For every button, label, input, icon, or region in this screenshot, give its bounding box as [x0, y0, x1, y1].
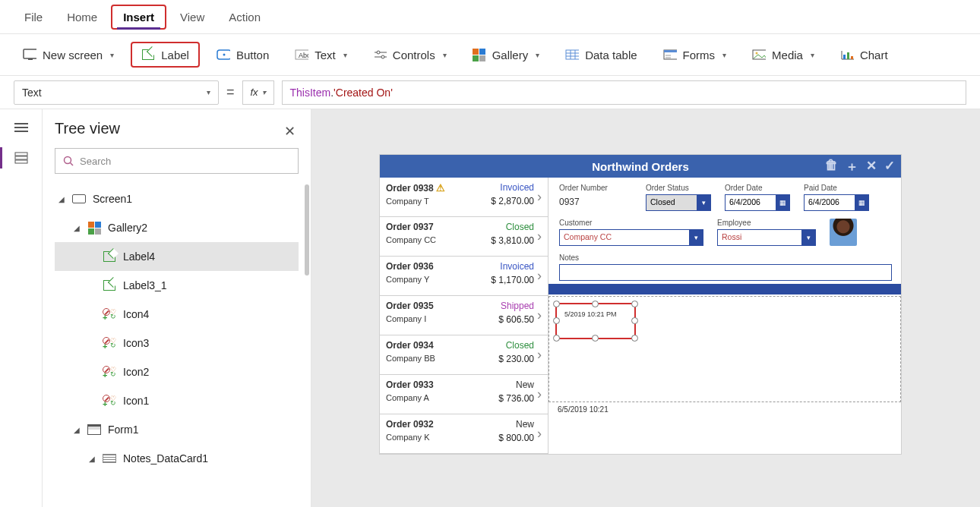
text-icon: Abc — [295, 48, 308, 61]
ribbon-new-screen[interactable]: New screen ▾ — [14, 43, 123, 66]
resize-handle[interactable] — [592, 301, 599, 307]
tree-view-icon[interactable] — [12, 150, 30, 165]
menu-home[interactable]: Home — [56, 6, 108, 28]
order-status-dropdown[interactable]: Closed ▾ — [646, 194, 711, 211]
formula-input[interactable]: ThisItem.'Created On' — [282, 80, 966, 105]
chevron-right-icon[interactable]: › — [537, 426, 542, 442]
ribbon-text[interactable]: Abc Text ▾ — [286, 43, 356, 66]
field-order-date: Order Date 6/4/2006 ▦ — [725, 184, 790, 211]
expander-icon[interactable]: ◢ — [73, 426, 81, 434]
ribbon-chart[interactable]: Chart — [831, 43, 897, 66]
order-amount: $ 3,810.00 — [491, 235, 534, 246]
tree-search-placeholder: Search — [80, 156, 111, 167]
svg-text:Abc: Abc — [299, 52, 308, 59]
tree-node-icon2[interactable]: ♡+↻ Icon2 — [55, 357, 299, 386]
fx-button[interactable]: fx ▾ — [242, 80, 274, 105]
gallery-row[interactable]: Order 0932Company KNew$ 800.00› — [380, 414, 548, 454]
order-title: Order 0932 — [386, 419, 498, 430]
chevron-right-icon[interactable]: › — [537, 347, 542, 363]
gallery-row[interactable]: Order 0938 ⚠Company TInvoiced$ 2,870.00› — [380, 178, 548, 217]
svg-rect-30 — [15, 156, 27, 159]
close-icon[interactable]: ✕ — [284, 123, 296, 140]
expander-icon[interactable]: ◢ — [73, 224, 81, 232]
tree-node-label3-1[interactable]: Label3_1 — [55, 271, 299, 300]
menu-view[interactable]: View — [169, 6, 215, 28]
tree-list: ◢ Screen1 ◢ Gallery2 Label4 Label3_1 — [55, 184, 299, 473]
scrollbar-thumb[interactable] — [305, 184, 309, 276]
employee-dropdown[interactable]: Rossi ▾ — [717, 229, 816, 246]
chevron-right-icon[interactable]: › — [537, 268, 542, 284]
customer-dropdown[interactable]: Company CC ▾ — [559, 229, 703, 246]
cancel-icon[interactable]: ✕ — [866, 158, 877, 175]
svg-point-7 — [377, 51, 380, 54]
tree-node-screen1[interactable]: ◢ Screen1 — [55, 184, 299, 213]
selected-label-control[interactable]: 5/2019 10:21 PM — [555, 303, 636, 339]
form-body-area[interactable]: 5/2019 10:21 PM — [548, 296, 901, 402]
chevron-down-icon: ▾ — [801, 230, 815, 245]
expander-icon[interactable]: ◢ — [88, 455, 96, 463]
menu-action[interactable]: Action — [218, 6, 271, 28]
tree-node-label4[interactable]: Label4 — [55, 242, 299, 271]
check-icon[interactable]: ✓ — [884, 158, 895, 175]
tree-node-form1[interactable]: ◢ Form1 — [55, 415, 299, 444]
resize-handle[interactable] — [553, 317, 560, 324]
canvas[interactable]: Northwind Orders 🗑 ＋ ✕ ✓ Order 0938 ⚠Com… — [311, 109, 980, 507]
equals-sign: = — [226, 84, 235, 100]
ribbon-button[interactable]: Button — [207, 43, 278, 66]
order-status: Closed — [498, 340, 534, 351]
gallery-row[interactable]: Order 0934Company BBClosed$ 230.00› — [380, 335, 548, 375]
menu-insert[interactable]: Insert — [111, 5, 166, 30]
order-title: Order 0938 ⚠ — [386, 182, 491, 194]
header-icons: 🗑 ＋ ✕ ✓ — [825, 158, 895, 175]
gallery-row[interactable]: Order 0933Company ANew$ 736.00› — [380, 375, 548, 414]
resize-handle[interactable] — [631, 317, 638, 324]
resize-handle[interactable] — [631, 335, 638, 342]
chevron-right-icon[interactable]: › — [537, 386, 542, 402]
property-selector[interactable]: Text ▾ — [14, 80, 219, 105]
gallery-row[interactable]: Order 0936Company YInvoiced$ 1,170.00› — [380, 257, 548, 296]
gallery-row[interactable]: Order 0937Company CCClosed$ 3,810.00› — [380, 217, 548, 257]
order-date-label: Order Date — [725, 184, 790, 192]
ribbon-controls-label: Controls — [393, 49, 435, 61]
expander-icon[interactable]: ◢ — [58, 195, 65, 203]
ribbon-gallery[interactable]: Gallery ▾ — [463, 43, 549, 66]
hamburger-icon[interactable] — [12, 120, 30, 135]
chevron-right-icon[interactable]: › — [537, 189, 542, 205]
order-status: New — [498, 379, 534, 390]
ribbon-datatable[interactable]: Data table — [556, 43, 646, 66]
notes-input[interactable] — [559, 264, 892, 281]
chevron-right-icon[interactable]: › — [537, 307, 542, 323]
tree-node-icon4[interactable]: ♡+↻ Icon4 — [55, 300, 299, 329]
order-amount: $ 606.50 — [498, 314, 534, 325]
app-preview[interactable]: Northwind Orders 🗑 ＋ ✕ ✓ Order 0938 ⚠Com… — [380, 155, 901, 454]
plus-icon[interactable]: ＋ — [846, 158, 858, 175]
resize-handle[interactable] — [631, 301, 638, 307]
field-customer: Customer Company CC ▾ — [559, 219, 703, 246]
field-order-status: Order Status Closed ▾ — [646, 184, 711, 211]
orders-gallery[interactable]: Order 0938 ⚠Company TInvoiced$ 2,870.00›… — [380, 178, 548, 454]
tree-search-input[interactable]: Search — [55, 148, 299, 174]
forms-icon — [663, 48, 677, 61]
resize-handle[interactable] — [553, 301, 560, 307]
tree-node-icon1[interactable]: ♡+↻ Icon1 — [55, 386, 299, 415]
order-status: New — [498, 419, 534, 430]
trash-icon[interactable]: 🗑 — [825, 158, 838, 175]
paid-date-picker[interactable]: 6/4/2006 ▦ — [804, 194, 869, 211]
employee-label: Employee — [717, 219, 816, 227]
tree-view-title: Tree view — [55, 120, 299, 137]
ribbon-forms[interactable]: Forms ▾ — [654, 43, 736, 66]
resize-handle[interactable] — [553, 335, 560, 342]
gallery-icon — [87, 221, 102, 235]
ribbon-label[interactable]: Label — [131, 42, 200, 68]
resize-handle[interactable] — [592, 335, 599, 342]
tree-node-notes-datacard1[interactable]: ◢ Notes_DataCard1 — [55, 444, 299, 473]
menu-file[interactable]: File — [14, 6, 53, 28]
tree-node-icon3[interactable]: ♡+↻ Icon3 — [55, 329, 299, 357]
order-date-picker[interactable]: 6/4/2006 ▦ — [725, 194, 790, 211]
tree-node-gallery2[interactable]: ◢ Gallery2 — [55, 213, 299, 242]
chart-icon — [840, 48, 854, 61]
ribbon-media[interactable]: Media ▾ — [743, 43, 824, 66]
gallery-row[interactable]: Order 0935Company IShipped$ 606.50› — [380, 296, 548, 335]
ribbon-controls[interactable]: Controls ▾ — [364, 43, 456, 66]
chevron-right-icon[interactable]: › — [537, 228, 542, 244]
